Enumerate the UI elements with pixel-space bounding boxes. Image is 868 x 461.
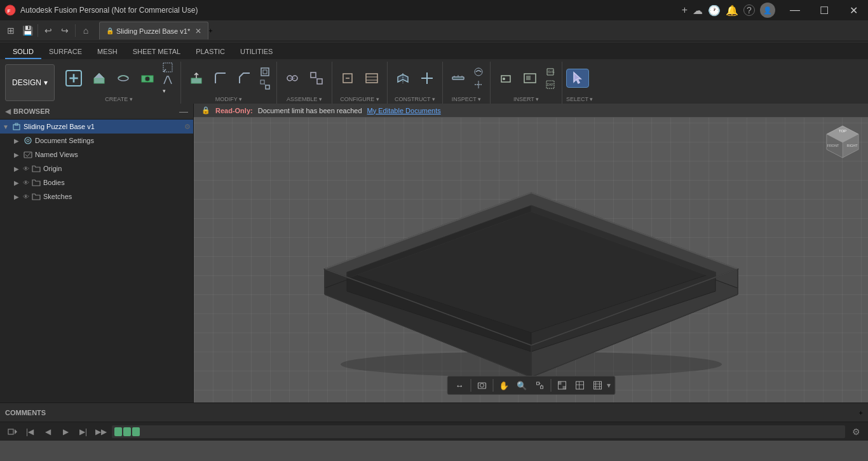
modify-shell-btn[interactable] <box>257 66 273 78</box>
modify-press-pull-btn[interactable] <box>185 69 208 87</box>
configure-group: CONFIGURE ▾ <box>332 62 388 104</box>
tab-solid[interactable]: SOLID <box>5 45 41 59</box>
browser-collapse-btn[interactable]: — <box>179 106 188 116</box>
doc-settings-icon <box>23 135 33 146</box>
tree-item-origin[interactable]: ▶ 👁 Origin <box>0 162 193 175</box>
tree-item-doc-settings[interactable]: ▶ Document Settings <box>0 134 193 148</box>
svg-point-9 <box>145 76 150 81</box>
tl-play-btn[interactable]: ▶ <box>58 425 72 439</box>
modify-scale-btn[interactable] <box>257 79 273 90</box>
inspect-clearance-btn[interactable] <box>471 79 486 90</box>
tree-item-bodies[interactable]: ▶ 👁 Bodies <box>0 175 193 189</box>
timeline-step-3[interactable] <box>132 427 140 436</box>
browser-tree: ▼ Sliding Puzzel Base v1 ⚙ ▶ <box>0 120 193 203</box>
tab-mesh[interactable]: MESH <box>90 45 125 59</box>
insert-decal-btn[interactable] <box>494 69 517 87</box>
model-container <box>194 104 868 403</box>
editable-docs-link[interactable]: My Editable Documents <box>367 107 441 114</box>
construct-axis-btn[interactable] <box>416 69 438 87</box>
modify-group: MODIFY ▾ <box>181 62 277 104</box>
vp-zoom-in-btn[interactable]: 🔍 <box>513 378 530 393</box>
add-tab-icon[interactable]: + <box>682 4 688 16</box>
add-comment-btn[interactable]: + <box>859 409 863 416</box>
vp-camera-btn[interactable] <box>473 378 490 393</box>
readonly-label: Read-Only: <box>215 107 253 114</box>
browser-label: BROWSER <box>13 107 50 115</box>
vp-fit-btn[interactable] <box>531 378 548 393</box>
tree-item-root[interactable]: ▼ Sliding Puzzel Base v1 ⚙ <box>0 120 193 134</box>
vp-display-mode-btn[interactable] <box>553 378 570 393</box>
svg-point-35 <box>475 68 482 76</box>
insert-canvas-btn[interactable] <box>519 69 541 87</box>
tab-utilities[interactable]: UTILITIES <box>233 45 280 59</box>
viewcube[interactable]: TOP RIGHT FRONT <box>824 123 862 161</box>
configure-param-btn[interactable] <box>336 69 359 87</box>
maximize-btn[interactable]: ☐ <box>810 0 839 20</box>
tab-close-btn[interactable]: ✕ <box>193 27 201 36</box>
timeline-step-2[interactable] <box>123 427 131 436</box>
help-icon[interactable]: ? <box>743 4 755 16</box>
tl-capture-btn[interactable] <box>5 425 19 439</box>
grid-btn[interactable]: ⊞ <box>3 22 19 39</box>
tab-plastic[interactable]: PLASTIC <box>188 45 233 59</box>
add-tab-btn[interactable]: + <box>208 27 212 34</box>
tl-prev-btn[interactable]: ◀ <box>41 425 55 439</box>
clock-icon[interactable]: 🕐 <box>708 4 721 17</box>
bell-icon[interactable]: 🔔 <box>726 4 738 17</box>
tl-next-btn[interactable]: ▶| <box>76 425 90 439</box>
create-revolve-btn[interactable] <box>112 69 135 87</box>
undo-btn[interactable]: ↩ <box>40 22 57 39</box>
bodies-label: Bodies <box>43 179 65 186</box>
tree-item-named-views[interactable]: ▶ Named Views <box>0 148 193 162</box>
design-button[interactable]: DESIGN ▾ <box>5 64 55 101</box>
bodies-eye-icon[interactable]: 👁 <box>23 179 29 186</box>
vp-dropdown-btn[interactable]: ▾ <box>607 381 611 390</box>
sketches-eye-icon[interactable]: 👁 <box>23 193 29 200</box>
timeline-step-1[interactable] <box>114 427 122 436</box>
timeline-track[interactable] <box>112 425 845 438</box>
create-extrude-btn[interactable] <box>88 69 111 87</box>
user-avatar[interactable]: 👤 <box>760 3 775 18</box>
timeline-settings-btn[interactable]: ⚙ <box>849 425 863 439</box>
minimize-btn[interactable]: — <box>780 0 810 20</box>
modify-chamfer-btn[interactable] <box>233 69 256 87</box>
tab-sheet-metal[interactable]: SHEET METAL <box>125 45 188 59</box>
inspect-analysis-btn[interactable] <box>471 66 486 78</box>
svg-text:RIGHT: RIGHT <box>846 144 858 148</box>
content-area: ◀ BROWSER — ▼ Sliding Puzzel Base v <box>0 104 868 403</box>
origin-eye-icon[interactable]: 👁 <box>23 165 29 172</box>
redo-btn[interactable]: ↪ <box>57 22 73 39</box>
svg-text:F: F <box>8 8 11 14</box>
inspect-measure-btn[interactable] <box>447 69 470 87</box>
root-label: Sliding Puzzel Base v1 <box>24 123 95 130</box>
tl-next-end-btn[interactable]: ▶▶ <box>94 425 108 439</box>
close-btn[interactable]: ✕ <box>839 0 868 20</box>
assemble-joint-btn[interactable] <box>281 69 304 87</box>
insert-svg-btn[interactable]: SVG <box>543 66 558 78</box>
create-loft-btn[interactable] <box>160 74 177 86</box>
assemble-as-built-btn[interactable] <box>305 69 328 87</box>
save-btn[interactable]: 💾 <box>19 22 36 39</box>
vp-more-btn[interactable] <box>589 378 606 393</box>
vp-grid-btn[interactable] <box>571 378 588 393</box>
modify-fillet-btn[interactable] <box>209 69 232 87</box>
tree-item-sketches[interactable]: ▶ 👁 Sketches <box>0 189 193 203</box>
tl-prev-start-btn[interactable]: |◀ <box>23 425 37 439</box>
vp-pan-btn[interactable]: ✋ <box>496 378 512 393</box>
comments-section[interactable]: COMMENTS <box>5 409 46 416</box>
named-views-icon <box>23 149 33 160</box>
select-btn[interactable] <box>566 69 589 88</box>
cloud-icon[interactable]: ☁ <box>693 4 703 17</box>
create-hole-btn[interactable] <box>136 69 159 87</box>
svg-rect-84 <box>562 386 566 389</box>
home-btn[interactable]: ⌂ <box>78 22 94 39</box>
create-new-component-btn[interactable] <box>61 67 86 90</box>
vp-transform-btn[interactable]: ↔ <box>451 378 468 393</box>
document-tab[interactable]: 🔒 Sliding Puzzel Base v1* ✕ <box>99 22 208 39</box>
configure-table-btn[interactable] <box>360 69 383 87</box>
construct-plane-btn[interactable] <box>391 69 414 87</box>
insert-dxf-btn[interactable]: DXF <box>543 79 558 90</box>
create-more-btn[interactable]: ▾ <box>160 87 177 95</box>
create-sketch-btn[interactable] <box>160 62 177 73</box>
tab-surface[interactable]: SURFACE <box>41 45 90 59</box>
